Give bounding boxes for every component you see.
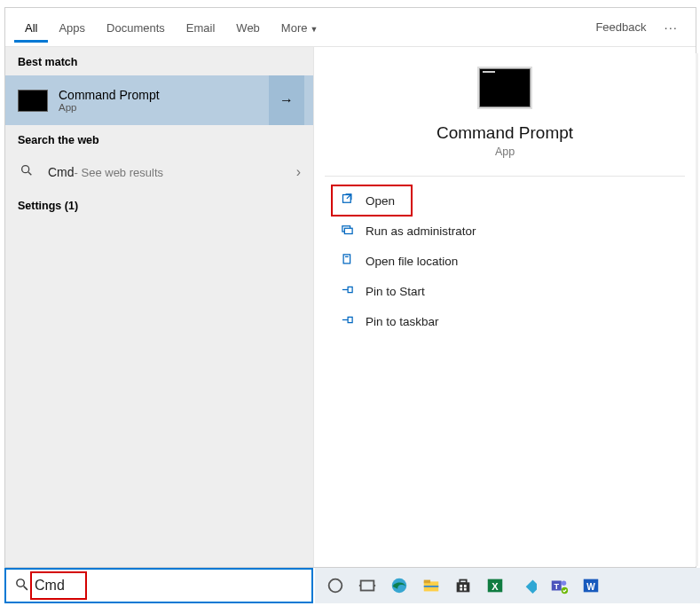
web-hint-text: - See web results [75, 166, 163, 179]
svg-rect-26 [460, 588, 462, 591]
action-open[interactable]: Open [332, 185, 412, 216]
web-result[interactable]: Cmd - See web results › [5, 153, 313, 191]
preview-title: Command Prompt [437, 123, 573, 143]
microsoft-store-icon[interactable] [450, 572, 476, 599]
action-label: Open [366, 194, 395, 208]
svg-rect-9 [348, 287, 352, 292]
file-explorer-icon[interactable] [418, 572, 444, 599]
shield-icon [337, 223, 357, 239]
taskbar: X T W [315, 568, 700, 603]
feedback-link[interactable]: Feedback [586, 20, 655, 34]
svg-rect-25 [464, 585, 467, 587]
svg-text:T: T [554, 582, 559, 591]
edge-icon[interactable] [386, 572, 413, 599]
tab-bar: All Apps Documents Email Web More▼ Feedb… [5, 8, 696, 47]
chevron-down-icon: ▼ [310, 25, 318, 34]
action-label: Pin to taskbar [366, 315, 439, 328]
tab-apps[interactable]: Apps [48, 12, 96, 43]
svg-rect-30 [526, 580, 537, 594]
svg-rect-24 [460, 585, 462, 587]
results-pane: Best match Command Prompt App → Search t… [5, 47, 314, 567]
tab-all[interactable]: All [14, 12, 48, 43]
search-window: All Apps Documents Email Web More▼ Feedb… [4, 7, 696, 568]
folder-icon [337, 253, 357, 269]
svg-rect-27 [464, 588, 467, 591]
action-label: Pin to Start [366, 285, 425, 298]
action-run-admin[interactable]: Run as administrator [332, 216, 685, 246]
more-options-button[interactable]: ··· [655, 20, 687, 35]
svg-rect-6 [343, 255, 350, 264]
svg-point-32 [562, 581, 567, 586]
svg-rect-11 [348, 317, 352, 322]
svg-text:W: W [586, 582, 595, 592]
svg-rect-21 [424, 586, 439, 587]
open-icon [337, 193, 357, 209]
svg-rect-20 [424, 580, 430, 584]
tab-web[interactable]: Web [225, 12, 271, 43]
pin-icon [337, 283, 357, 299]
search-icon [12, 577, 31, 594]
cortana-icon[interactable] [322, 572, 349, 599]
best-match-subtitle: App [59, 102, 269, 113]
search-input[interactable] [31, 578, 306, 594]
svg-point-14 [329, 579, 342, 593]
word-icon[interactable]: W [578, 572, 604, 599]
teams-icon[interactable]: T [546, 572, 572, 599]
search-bar[interactable] [4, 568, 313, 603]
arrow-right-icon: → [279, 92, 294, 108]
action-label: Open file location [366, 255, 458, 268]
cmd-preview-icon [479, 68, 531, 107]
excel-icon[interactable]: X [482, 572, 508, 599]
pin-icon [337, 313, 357, 329]
svg-line-1 [28, 172, 31, 175]
action-pin-start[interactable]: Pin to Start [332, 276, 685, 306]
kodi-icon[interactable] [514, 572, 540, 599]
web-query-text: Cmd [48, 165, 75, 179]
best-match-heading: Best match [5, 47, 313, 75]
best-match-title: Command Prompt [59, 88, 269, 102]
tab-email[interactable]: Email [176, 12, 226, 43]
action-pin-taskbar[interactable]: Pin to taskbar [332, 306, 685, 336]
svg-text:X: X [492, 581, 499, 592]
settings-heading: Settings (1) [5, 191, 313, 219]
svg-rect-5 [344, 228, 352, 233]
search-web-heading: Search the web [5, 125, 313, 153]
cmd-icon [18, 90, 48, 112]
actions-list: Open Run as administrator Open file loca… [325, 177, 685, 336]
svg-point-12 [16, 579, 23, 587]
svg-line-13 [23, 586, 27, 590]
detail-pane: Command Prompt App Open Run as administr… [314, 47, 696, 567]
action-label: Run as administrator [366, 224, 476, 238]
chevron-right-icon: › [296, 164, 301, 180]
svg-rect-15 [361, 581, 374, 591]
best-match-result[interactable]: Command Prompt App → [5, 75, 313, 125]
tab-documents[interactable]: Documents [96, 12, 176, 43]
scrollbar-track[interactable] [696, 53, 698, 566]
search-icon [18, 163, 35, 181]
svg-point-0 [22, 166, 29, 173]
task-view-icon[interactable] [354, 572, 381, 599]
action-open-location[interactable]: Open file location [332, 246, 685, 276]
tab-more[interactable]: More▼ [271, 12, 329, 43]
expand-arrow-button[interactable]: → [269, 75, 304, 125]
preview-subtitle: App [495, 146, 515, 158]
svg-rect-23 [460, 580, 466, 584]
